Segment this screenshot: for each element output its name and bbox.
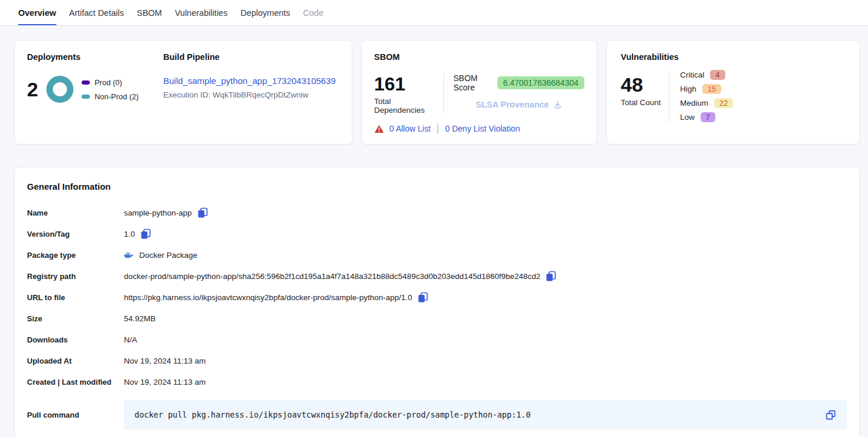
tab-overview[interactable]: Overview [18,0,56,25]
pull-command-value: docker pull pkg.harness.io/ikpsjoavtcwxn… [134,410,825,419]
build-pipeline-title: Build Pipeline [163,52,339,62]
sbom-total: 161 [374,75,443,93]
registry-path-value: docker-prod/sample-python-app/sha256:596… [124,272,540,281]
legend-item-non-prod: Non-Prod (2) [82,92,139,101]
tab-deployments[interactable]: Deployments [240,0,290,25]
severity-row-medium: Medium 22 [680,98,733,108]
tab-sbom[interactable]: SBOM [137,0,162,25]
general-information-title: General Information [27,181,847,191]
copy-outline-icon[interactable] [825,409,836,421]
artifact-name-value: sample-python-app [124,209,192,217]
row-label: Downloads [27,335,124,344]
tab-artifact-details[interactable]: Artifact Details [69,0,124,25]
downloads-value: N/A [124,335,137,344]
info-row-package-type: Package type Docker Package [27,249,847,261]
info-row-pull-command: Pull command docker pull pkg.harness.io/… [27,400,847,429]
sbom-score-badge: 6.470017636684304 [497,76,584,89]
tab-vulnerabilities[interactable]: Vulnerabilities [175,0,228,25]
severity-label: High [680,85,697,93]
row-label: Name [27,209,124,217]
row-label: Pull command [27,411,124,419]
vulnerabilities-title: Vulnerabilities [621,52,845,62]
info-row-version: Version/Tag 1.0 [27,228,847,240]
row-label: URL to file [27,293,124,302]
severity-row-high: High 15 [680,84,733,94]
deployments-legend: Prod (0) Non-Prod (2) [82,78,139,101]
info-row-created-modified: Created | Last modified Nov 19, 2024 11:… [27,376,847,388]
allow-deny-divider [438,123,438,134]
vulnerabilities-card: Vulnerabilities 48 Total Count Critical … [606,40,860,144]
prod-swatch [82,80,90,85]
copy-icon[interactable] [140,228,151,240]
warning-triangle-icon [374,125,384,133]
info-row-downloads: Downloads N/A [27,334,847,346]
download-icon[interactable] [553,100,562,109]
sbom-divider [443,73,444,113]
severity-label: Medium [680,99,708,107]
row-label: Registry path [27,272,124,281]
info-row-name: Name sample-python-app [27,207,847,219]
vulnerabilities-total-label: Total Count [621,98,669,107]
info-row-uploaded-at: Uploaded At Nov 19, 2024 11:13 am [27,355,847,367]
created-modified-value: Nov 19, 2024 11:13 am [124,378,206,386]
severity-count-badge: 4 [710,70,725,80]
deployments-card: Deployments 2 Prod (0) Non-Prod (2) [14,40,352,144]
vulnerabilities-total: 48 [621,75,669,95]
deployments-total: 2 [27,79,38,99]
execution-id: Execution ID: WqkTilbBRqecQrpDtZwniw [163,90,339,99]
deployments-section: Deployments 2 Prod (0) Non-Prod (2) [27,52,163,132]
build-pipeline-link[interactable]: Build_sample_python_app_1732043105639 [163,76,336,86]
build-pipeline-section: Build Pipeline Build_sample_python_app_1… [163,52,339,132]
slsa-provenance-link[interactable]: SLSA Provenance [476,100,549,109]
package-type-value: Docker Package [139,251,197,260]
copy-icon[interactable] [546,271,556,282]
row-label: Size [27,314,124,323]
allow-list-link[interactable]: 0 Allow List [389,124,430,133]
sbom-total-label: Total Dependencies [374,97,443,115]
row-label: Package type [27,251,124,260]
general-information-card: General Information Name sample-python-a… [14,167,860,437]
pull-command-box: docker pull pkg.harness.io/ikpsjoavtcwxn… [124,400,847,429]
non-prod-swatch [82,95,90,99]
row-label: Uploaded At [27,357,124,365]
size-value: 54.92MB [124,314,156,323]
non-prod-label: Non-Prod (2) [95,92,139,101]
tab-code[interactable]: Code [303,0,324,25]
severity-count-badge: 15 [702,84,721,94]
copy-icon[interactable] [418,292,428,303]
prod-label: Prod (0) [95,78,122,87]
severity-label: Low [680,113,695,122]
url-value: https://pkg.harness.io/ikpsjoavtcwxnqisy… [124,293,412,302]
deployments-donut-chart [46,76,73,103]
uploaded-at-value: Nov 19, 2024 11:13 am [124,357,206,365]
info-row-url: URL to file https://pkg.harness.io/ikpsj… [27,291,847,304]
severity-count-badge: 22 [714,98,733,108]
copy-icon[interactable] [197,207,208,218]
summary-cards-row: Deployments 2 Prod (0) Non-Prod (2) [14,40,860,144]
page-content: Deployments 2 Prod (0) Non-Prod (2) [0,26,868,437]
sbom-score-label: SBOM Score [453,73,492,92]
docker-icon [124,251,134,260]
deployments-title: Deployments [27,52,163,62]
severity-label: Critical [680,70,704,79]
row-label: Created | Last modified [27,378,124,386]
tab-bar: Overview Artifact Details SBOM Vulnerabi… [0,0,868,26]
severity-row-critical: Critical 4 [680,70,733,80]
info-row-size: Size 54.92MB [27,312,847,325]
legend-item-prod: Prod (0) [82,78,139,87]
row-label: Version/Tag [27,230,124,238]
deny-list-link[interactable]: 0 Deny List Violation [445,124,520,133]
severity-row-low: Low 7 [680,112,733,122]
info-row-registry-path: Registry path docker-prod/sample-python-… [27,270,847,283]
version-value: 1.0 [124,230,135,238]
sbom-title: SBOM [374,52,584,62]
severity-count-badge: 7 [701,112,715,122]
severity-list: Critical 4 High 15 Medium 22 Low 7 [669,70,733,122]
sbom-card: SBOM 161 Total Dependencies SBOM Score 6… [361,40,597,144]
